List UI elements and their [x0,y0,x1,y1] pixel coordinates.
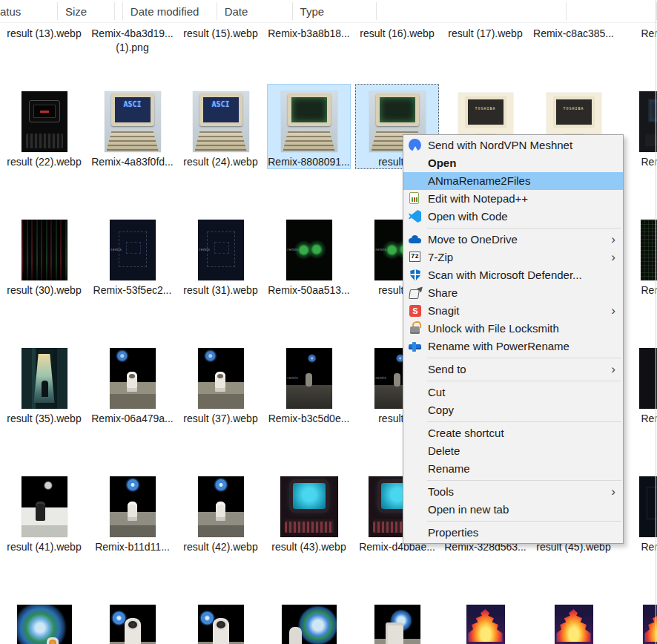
file-tile[interactable]: Remix-b3a8b18... [267,27,351,41]
file-tile[interactable]: result (35).webp [2,341,86,426]
menu-item-label: Delete [428,444,460,457]
menu-item-label: Copy [428,404,454,416]
pixel-fire-thumbnail [466,605,505,644]
vscode-icon [407,208,423,226]
context-menu-item-create-shortcut[interactable]: Create shortcut [403,424,623,442]
context-menu-item-anmarename2files[interactable]: ANmaRename2Files [403,172,623,190]
context-menu-item-rename-with-powerrename[interactable]: Rename with PowerRename [403,338,623,355]
file-tile[interactable]: result (41).webp [2,469,86,554]
thumbnail-text: A [639,494,657,507]
beige-computer-blue-thumbnail: ASCI [193,91,249,152]
context-menu-item-copy[interactable]: Copy [403,401,623,419]
file-tile[interactable]: Remix-06a479a... [90,341,174,426]
file-tile[interactable]: remixresult (31).webp [179,212,263,298]
menu-item-label: ANmaRename2Files [428,174,530,187]
file-tile[interactable]: result (22).webp [2,84,86,169]
context-menu-item-send-to[interactable]: Send to› [403,361,623,378]
column-header-date[interactable]: Date [217,2,293,20]
columns-header: atusSizeDate modifiedˆDateType [0,0,657,23]
context-menu-item-rename[interactable]: Rename [403,460,623,478]
file-tile[interactable] [2,597,86,644]
context-menu-item-open[interactable]: Open [403,154,623,172]
file-tile[interactable]: result (37).webp [179,341,263,426]
earth-tilt-thumbnail [282,605,337,644]
dark-schematic-thumbnail: remix [110,220,156,280]
file-tile[interactable]: Remix-... [620,27,657,41]
file-tile[interactable] [532,597,615,644]
file-thumbnail-box [90,597,174,644]
context-menu-item-open-with-code[interactable]: Open with Code [403,208,623,226]
file-thumbnail-box [532,597,615,644]
file-tile[interactable]: Remix-4ba3d19... (1).png [90,27,174,55]
column-header-blank-2[interactable] [115,2,123,20]
file-tile[interactable]: result (30).webp [2,212,86,298]
file-tile[interactable] [90,597,174,644]
column-header-blank-7[interactable] [567,2,657,20]
file-name-label: Remix-53f5ec2... [90,283,174,298]
astronaut-moon-thumbnail [110,348,156,409]
file-name-label: result (22).webp [2,155,86,169]
context-menu-item-scan-with-microsoft-defender[interactable]: Scan with Microsoft Defender... [403,266,623,284]
file-tile[interactable]: ASCIresult (24).webp [179,84,263,169]
file-name-label: Remix-... [620,27,657,41]
file-tile[interactable]: Remix-c8ac385... [532,27,615,41]
file-tile[interactable] [443,597,527,644]
file-tile[interactable]: Remix-... [620,212,657,298]
retro-terminal-thumbnail [280,476,338,537]
menu-item-label: Send to [428,363,466,375]
column-header-date-modified[interactable]: Date modifiedˆ [123,2,217,20]
context-menu-item-move-to-onedrive[interactable]: Move to OneDrive› [403,231,623,249]
file-tile[interactable]: result (16).webp [355,27,439,41]
file-tile[interactable] [267,597,351,644]
file-tile[interactable]: ASCIRemix-4a83f0fd... [90,84,174,169]
column-header-type[interactable]: Type [293,2,377,20]
column-header-atus[interactable]: atus [0,2,58,20]
file-tile[interactable] [355,597,439,644]
beige-computer-blue-thumbnail: ASCI [105,91,161,152]
context-menu-item-properties[interactable]: Properties [403,524,623,542]
file-tile[interactable]: remixRemix-50aa513... [267,212,351,298]
remix-watermark: remix [288,247,299,252]
file-tile[interactable]: result (43).webp [267,469,351,554]
file-name-label: result (35).webp [2,412,86,426]
menu-item-label: Share [428,286,458,299]
context-menu-item-7-zip[interactable]: 7-Zip› [403,249,623,266]
context-menu-item-delete[interactable]: Delete [403,442,623,460]
context-menu-item-cut[interactable]: Cut [403,384,623,401]
menu-item-label: Rename [428,462,470,475]
file-thumbnail-box [2,212,86,280]
context-menu-item-tools[interactable]: Tools› [403,483,623,501]
file-name-label: result (30).webp [2,283,86,298]
file-tile[interactable]: Remix-... [620,341,657,426]
file-tile[interactable]: Remix-b11d11... [90,469,174,554]
file-tile[interactable]: ARemix-... [620,469,657,554]
file-tile[interactable]: result (17).webp [443,27,527,41]
context-menu-item-snagit[interactable]: Snagit› [403,302,623,320]
menu-item-label: Rename with PowerRename [428,340,569,352]
file-thumbnail-box: ASCI [179,84,263,152]
column-header-size[interactable]: Size [58,2,115,20]
menu-item-label: Create shortcut [428,427,504,439]
file-tile[interactable]: Remix-8808091... [267,84,351,169]
file-tile[interactable] [620,597,657,644]
column-header-label: Type [300,5,325,18]
file-tile[interactable]: remixRemix-b3c5d0e... [267,341,351,426]
context-menu-item-send-with-nordvpn-meshnet[interactable]: Send with NordVPN Meshnet [403,137,623,154]
context-menu-item-share[interactable]: Share [403,284,623,302]
thumbnail-text: TOSHIBA [547,106,601,111]
file-thumbnail-box: A [620,469,657,537]
file-tile[interactable]: Remix-... [620,84,657,169]
astronaut-earth2-thumbnail [110,605,156,644]
file-tile[interactable]: result (13).webp [2,27,86,41]
file-thumbnail-box: ASCI [90,84,174,152]
context-menu-item-unlock-with-file-locksmith[interactable]: Unlock with File Locksmith [403,320,623,338]
file-tile[interactable]: result (15).webp [179,27,263,41]
context-menu-item-edit-with-notepad[interactable]: Edit with Notepad++ [403,190,623,208]
file-name-label: Remix-8808091... [267,155,351,169]
column-header-blank-6[interactable] [377,2,567,20]
file-tile[interactable] [179,597,263,644]
context-menu-item-open-in-new-tab[interactable]: Open in new tab [403,501,623,519]
file-tile[interactable]: remixRemix-53f5ec2... [90,212,174,298]
file-tile[interactable]: result (42).webp [179,469,263,554]
file-name-label: result (13).webp [2,27,86,41]
